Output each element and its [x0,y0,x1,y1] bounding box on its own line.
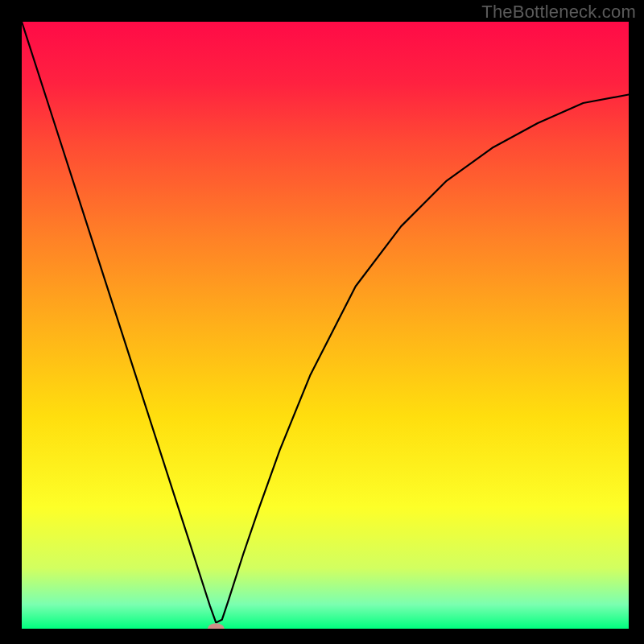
plot-svg [22,22,629,629]
chart-frame: TheBottleneck.com [0,0,644,644]
plot-area [22,22,629,629]
plot-background [22,22,629,629]
watermark-text: TheBottleneck.com [481,2,636,23]
